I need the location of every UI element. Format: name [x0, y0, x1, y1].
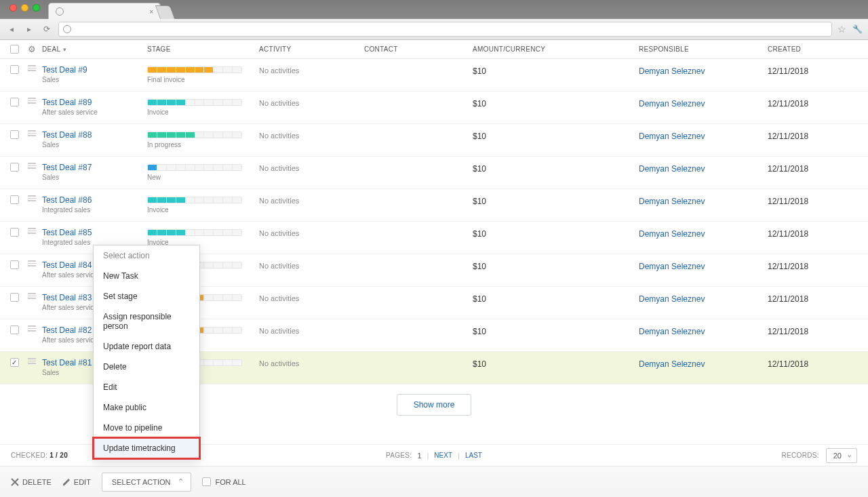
- page-last[interactable]: LAST: [465, 452, 482, 459]
- drag-handle-icon[interactable]: [28, 195, 36, 201]
- row-checkbox[interactable]: [10, 163, 19, 172]
- responsible-link[interactable]: Demyan Seleznev: [639, 359, 768, 369]
- deal-pipeline: Sales: [42, 174, 147, 181]
- col-stage[interactable]: STAGE: [147, 45, 259, 53]
- col-activity[interactable]: ACTIVITY: [259, 45, 364, 53]
- window-close[interactable]: [9, 4, 17, 12]
- globe-icon: [63, 25, 71, 33]
- responsible-link[interactable]: Demyan Seleznev: [639, 327, 768, 336]
- menu-item[interactable]: New Task: [94, 266, 199, 286]
- menu-item[interactable]: Assign responsible person: [94, 306, 199, 336]
- row-checkbox[interactable]: [10, 130, 19, 139]
- browser-tab[interactable]: ×: [48, 3, 161, 19]
- created-text: 12/11/2018: [768, 262, 849, 271]
- menu-item[interactable]: Move to pipeline: [94, 418, 199, 438]
- row-checkbox[interactable]: [10, 228, 19, 237]
- bulk-delete-button[interactable]: DELETE: [11, 478, 52, 486]
- row-checkbox[interactable]: [10, 65, 19, 74]
- activity-text: No activities: [259, 66, 364, 75]
- records-label: RECORDS:: [782, 452, 819, 459]
- deal-link[interactable]: Test Deal #9: [42, 65, 147, 75]
- col-created[interactable]: CREATED: [768, 45, 849, 53]
- show-more-button[interactable]: Show more: [397, 394, 472, 416]
- deal-link[interactable]: Test Deal #87: [42, 163, 147, 172]
- drag-handle-icon[interactable]: [28, 98, 36, 104]
- url-input[interactable]: [58, 22, 832, 37]
- row-checkbox[interactable]: [10, 195, 19, 204]
- table-header: ⚙ DEAL▾ STAGE ACTIVITY CONTACT AMOUNT/CU…: [0, 40, 868, 59]
- stage-progress[interactable]: [147, 132, 242, 138]
- row-checkbox[interactable]: [10, 260, 19, 269]
- col-responsible[interactable]: RESPONSIBLE: [639, 45, 768, 53]
- select-all-checkbox[interactable]: [10, 45, 19, 54]
- created-text: 12/11/2018: [768, 99, 849, 108]
- responsible-link[interactable]: Demyan Seleznev: [639, 294, 768, 304]
- bookmark-icon[interactable]: ☆: [837, 24, 846, 35]
- drag-handle-icon[interactable]: [28, 260, 36, 266]
- created-text: 12/11/2018: [768, 132, 849, 141]
- drag-handle-icon[interactable]: [28, 228, 36, 234]
- deal-link[interactable]: Test Deal #86: [42, 195, 147, 205]
- deal-link[interactable]: Test Deal #89: [42, 98, 147, 107]
- menu-item[interactable]: Update timetracking: [94, 438, 199, 458]
- drag-handle-icon[interactable]: [28, 358, 36, 364]
- activity-text: No activities: [259, 294, 364, 302]
- responsible-link[interactable]: Demyan Seleznev: [639, 262, 768, 271]
- row-checkbox[interactable]: [10, 293, 19, 302]
- col-contact[interactable]: CONTACT: [364, 45, 473, 53]
- row-checkbox[interactable]: [10, 358, 19, 367]
- page-size-select[interactable]: 20: [826, 448, 857, 463]
- menu-item[interactable]: Delete: [94, 357, 199, 377]
- window-controls: [4, 0, 45, 12]
- gear-icon[interactable]: ⚙: [28, 44, 36, 54]
- amount-text: $10: [473, 164, 639, 174]
- pages-label: PAGES:: [386, 452, 412, 459]
- responsible-link[interactable]: Demyan Seleznev: [639, 66, 768, 76]
- activity-text: No activities: [259, 262, 364, 270]
- responsible-link[interactable]: Demyan Seleznev: [639, 197, 768, 206]
- for-all-toggle[interactable]: FOR ALL: [202, 477, 245, 486]
- stage-progress[interactable]: [147, 164, 242, 171]
- menu-item[interactable]: Make public: [94, 397, 199, 418]
- row-checkbox[interactable]: [10, 98, 19, 106]
- menu-item[interactable]: Set stage: [94, 286, 199, 306]
- globe-icon: [56, 7, 64, 16]
- nav-reload[interactable]: ⟳: [41, 23, 53, 35]
- stage-progress[interactable]: [147, 66, 242, 73]
- menu-item[interactable]: Update report data: [94, 336, 199, 357]
- bulk-edit-button[interactable]: EDIT: [62, 478, 91, 486]
- drag-handle-icon[interactable]: [28, 163, 36, 169]
- created-text: 12/11/2018: [768, 294, 849, 304]
- deal-pipeline: Integrated sales: [42, 206, 147, 214]
- row-checkbox[interactable]: [10, 325, 19, 334]
- page-next[interactable]: NEXT: [434, 452, 452, 459]
- activity-text: No activities: [259, 359, 364, 367]
- nav-forward[interactable]: ▸: [23, 23, 35, 35]
- col-amount[interactable]: AMOUNT/CURRENCY: [473, 45, 639, 53]
- address-bar: ◂ ▸ ⟳ ☆ 🔧: [0, 19, 868, 39]
- drag-handle-icon[interactable]: [28, 130, 36, 136]
- deal-link[interactable]: Test Deal #88: [42, 130, 147, 140]
- col-deal[interactable]: DEAL▾: [42, 45, 147, 53]
- created-text: 12/11/2018: [768, 197, 849, 206]
- stage-progress[interactable]: [147, 99, 242, 106]
- drag-handle-icon[interactable]: [28, 293, 36, 299]
- tab-close-icon[interactable]: ×: [149, 7, 153, 16]
- drag-handle-icon[interactable]: [28, 65, 36, 71]
- stage-progress[interactable]: [147, 229, 242, 236]
- responsible-link[interactable]: Demyan Seleznev: [639, 99, 768, 108]
- select-action-dropdown[interactable]: SELECT ACTION: [102, 473, 192, 492]
- drag-handle-icon[interactable]: [28, 325, 36, 332]
- nav-back[interactable]: ◂: [5, 23, 18, 35]
- deal-link[interactable]: Test Deal #85: [42, 228, 147, 237]
- responsible-link[interactable]: Demyan Seleznev: [639, 229, 768, 239]
- responsible-link[interactable]: Demyan Seleznev: [639, 132, 768, 141]
- window-maximize[interactable]: [33, 4, 40, 12]
- responsible-link[interactable]: Demyan Seleznev: [639, 164, 768, 174]
- wrench-icon[interactable]: 🔧: [852, 24, 863, 35]
- window-minimize[interactable]: [21, 4, 28, 12]
- table-row: Test Deal #87 Sales New No activities $1…: [0, 157, 868, 189]
- stage-progress[interactable]: [147, 197, 242, 203]
- for-all-checkbox[interactable]: [202, 477, 211, 486]
- menu-item[interactable]: Edit: [94, 377, 199, 397]
